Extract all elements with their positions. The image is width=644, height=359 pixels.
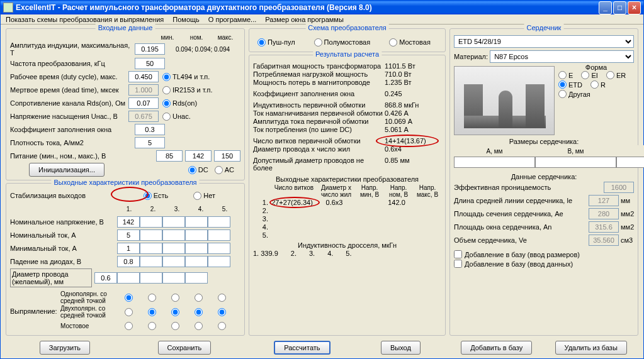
dc-radio[interactable]	[188, 166, 196, 174]
vdiode-out1[interactable]	[117, 256, 140, 267]
material-select[interactable]: N87 Epcos	[490, 50, 634, 63]
core-image	[454, 66, 555, 135]
duty-ir2153-radio[interactable]	[162, 86, 171, 94]
scheme-halfbridge[interactable]	[314, 38, 322, 47]
imin-out1[interactable]	[117, 243, 140, 254]
vmin-input[interactable]	[156, 150, 183, 162]
out-panel-title: Выходные характеристики преобразователя	[51, 179, 199, 186]
menu-winsize[interactable]: Размер окна программы	[265, 16, 344, 23]
app-icon	[3, 3, 13, 13]
shape-er[interactable]	[606, 71, 614, 79]
dim-c[interactable]	[616, 157, 644, 168]
stab-yes-radio[interactable]	[144, 192, 152, 200]
rdson-radio[interactable]	[162, 99, 171, 108]
menubar: Показать схемы преобразования и выпрямле…	[1, 14, 643, 25]
results-title: Результаты расчета	[313, 50, 381, 58]
core-title: Сердечник	[524, 24, 564, 31]
scheme-title: Схема преобразователя	[305, 24, 389, 31]
vnom-out1[interactable]	[117, 216, 140, 228]
init-button[interactable]: Инициализация...	[29, 163, 105, 177]
menu-help[interactable]: Помощь	[172, 16, 200, 23]
add-dims-check[interactable]	[454, 250, 462, 258]
ac-radio[interactable]	[215, 166, 223, 174]
wire-out1[interactable]	[94, 272, 117, 284]
le-input	[589, 195, 619, 206]
stab-no-radio[interactable]	[193, 192, 201, 200]
rdson-input[interactable]	[128, 97, 159, 109]
duty-input[interactable]	[128, 71, 159, 82]
usat-input	[128, 111, 159, 122]
shape-ei[interactable]	[581, 71, 589, 79]
add-data-check[interactable]	[454, 260, 462, 268]
exit-button[interactable]: Выход	[381, 341, 421, 355]
dim-a[interactable]	[454, 157, 535, 168]
ve-input	[589, 235, 619, 246]
calc-button[interactable]: Рассчитать	[274, 341, 330, 355]
dim-b[interactable]	[535, 157, 616, 168]
titlebar: ExcellentIT - Расчет импульсного трансфо…	[1, 1, 643, 14]
induction-input[interactable]	[135, 43, 165, 55]
load-button[interactable]: Загрузить	[40, 341, 90, 355]
usat-radio[interactable]	[162, 113, 171, 121]
menu-schemes[interactable]: Показать схемы преобразования и выпрямле…	[6, 16, 164, 23]
close-button[interactable]: ×	[628, 1, 641, 14]
maximize-button[interactable]: □	[613, 1, 626, 14]
freq-input[interactable]	[135, 58, 165, 69]
del-db-button[interactable]: Удалить из базы	[555, 341, 627, 355]
add-db-button[interactable]: Добавить в базу	[461, 341, 532, 355]
deadtime-input	[128, 84, 159, 96]
window-title: ExcellentIT - Расчет импульсного трансфо…	[16, 3, 599, 12]
menu-about[interactable]: О программе...	[208, 16, 256, 23]
rect1-1[interactable]	[125, 294, 133, 302]
currentdensity-input[interactable]	[135, 137, 165, 148]
shape-other[interactable]	[558, 90, 567, 98]
scheme-pushpull[interactable]	[257, 38, 266, 47]
duty-tl494-radio[interactable]	[162, 73, 171, 81]
fillfactor-input[interactable]	[135, 124, 165, 135]
save-button[interactable]: Сохранить	[158, 341, 212, 355]
core-select[interactable]: ETD 54/28/19	[454, 35, 634, 48]
an-input	[589, 221, 619, 233]
shape-e[interactable]	[558, 71, 567, 79]
perm-input	[604, 182, 634, 193]
shape-etd[interactable]	[558, 80, 567, 89]
ae-input	[589, 208, 619, 219]
scheme-bridge[interactable]	[389, 38, 397, 47]
shape-r[interactable]	[590, 80, 599, 89]
inom-out1[interactable]	[117, 229, 140, 241]
minimize-button[interactable]: _	[599, 1, 612, 14]
vmax-input[interactable]	[214, 150, 240, 162]
input-panel-title: Входные данные	[96, 24, 155, 31]
vnom-input[interactable]	[185, 150, 212, 162]
